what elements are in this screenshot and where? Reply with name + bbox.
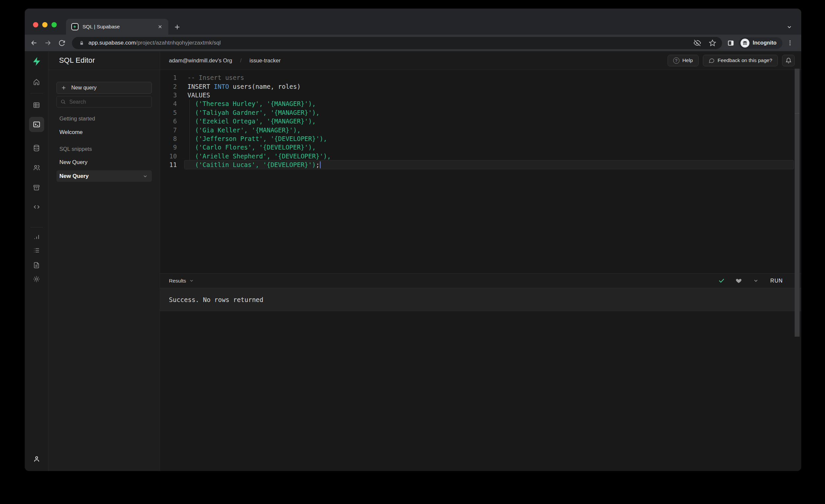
code-line[interactable]: 2INSERT INTO users(name, roles) — [160, 82, 801, 90]
code-line[interactable]: 7 ('Gia Keller', '{MANAGER}'), — [160, 126, 801, 134]
eye-off-icon[interactable] — [694, 39, 701, 47]
sidebar-item-new-query-active[interactable]: New Query — [57, 170, 152, 182]
chevron-down-icon — [189, 278, 194, 283]
menu-dots-icon[interactable] — [787, 40, 793, 46]
results-dropdown[interactable]: Results — [169, 278, 194, 284]
run-button[interactable]: RUN — [770, 278, 783, 284]
browser-tab[interactable]: SQL | Supabase — [66, 19, 168, 34]
results-empty-space — [160, 311, 801, 471]
rail-divider — [30, 227, 43, 227]
new-tab-icon[interactable] — [172, 22, 182, 32]
favorite-heart-icon[interactable] — [734, 276, 743, 286]
code-text: VALUES — [188, 91, 210, 99]
results-label: Results — [169, 278, 186, 284]
browser-toolbar: app.supabase.com/project/azahtnhqohyjerz… — [25, 34, 801, 51]
edge-functions-icon[interactable] — [30, 201, 43, 213]
code-text: ('Theresa Hurley', '{MANAGER}'), — [188, 100, 316, 107]
docs-icon[interactable] — [30, 259, 43, 271]
code-line[interactable]: 9 ('Carlo Flores', '{DEVELOPER}'), — [160, 143, 801, 151]
line-number: 11 — [160, 161, 177, 168]
code-line[interactable]: 10 ('Arielle Shepherd', '{DEVELOPER}'), — [160, 152, 801, 160]
bell-icon — [785, 57, 792, 64]
chevron-down-icon[interactable] — [143, 173, 148, 179]
section-label-sql-snippets: SQL snippets — [59, 146, 152, 152]
line-number: 6 — [160, 118, 177, 125]
close-tab-icon[interactable] — [156, 22, 164, 31]
scrollbar-thumb[interactable] — [795, 69, 800, 337]
code-line[interactable]: 6 ('Ezekiel Ortega', '{MANAGER}'), — [160, 117, 801, 126]
code-text: ('Carlo Flores', '{DEVELOPER}'), — [188, 144, 316, 151]
database-icon[interactable] — [30, 142, 43, 154]
code-text: ('Taliyah Gardner', '{MANAGER}'), — [188, 109, 319, 116]
url-text: app.supabase.com/project/azahtnhqohyjerz… — [88, 40, 221, 46]
logs-icon[interactable] — [30, 244, 43, 257]
supabase-logo[interactable] — [30, 55, 43, 68]
feedback-button[interactable]: Feedback on this page? — [703, 55, 778, 66]
forward-icon[interactable] — [42, 37, 54, 49]
notifications-button[interactable] — [782, 55, 795, 66]
active-snippet-label: New Query — [59, 173, 143, 179]
plus-icon — [61, 85, 67, 91]
line-number: 3 — [160, 91, 177, 99]
storage-icon[interactable] — [30, 181, 43, 194]
success-check-icon — [717, 276, 726, 286]
macos-close-button[interactable] — [33, 22, 38, 27]
tab-title: SQL | Supabase — [82, 24, 156, 30]
auth-users-icon[interactable] — [30, 161, 43, 174]
search-input[interactable] — [69, 99, 142, 105]
account-icon[interactable] — [30, 453, 43, 465]
code-text: INSERT INTO users(name, roles) — [188, 83, 301, 90]
breadcrumb-org[interactable]: adam@windmill.dev's Org — [169, 57, 232, 64]
primary-sidebar — [25, 51, 49, 471]
code-line[interactable]: 8 ('Jefferson Pratt', '{DEVELOPER}'), — [160, 134, 801, 143]
line-number: 9 — [160, 144, 177, 151]
lock-icon — [79, 40, 84, 46]
line-number: 7 — [160, 126, 177, 134]
main-header: adam@windmill.dev's Org / issue-tracker … — [160, 51, 801, 70]
code-line[interactable]: 3VALUES — [160, 91, 801, 99]
breadcrumb-project[interactable]: issue-tracker — [249, 57, 281, 64]
new-query-button-label: New query — [71, 85, 96, 91]
home-icon[interactable] — [30, 76, 43, 88]
section-label-getting-started: Getting started — [59, 116, 152, 122]
code-line[interactable]: 5 ('Taliyah Gardner', '{MANAGER}'), — [160, 108, 801, 117]
sidebar-item-welcome[interactable]: Welcome — [49, 127, 160, 138]
sql-editor-icon[interactable] — [29, 117, 44, 132]
back-icon[interactable] — [28, 37, 40, 49]
supabase-favicon — [71, 23, 79, 30]
speech-bubble-icon — [708, 57, 715, 64]
search-field[interactable] — [57, 96, 152, 107]
macos-zoom-button[interactable] — [52, 22, 57, 27]
code-text: -- Insert users — [188, 74, 244, 81]
url-bar[interactable]: app.supabase.com/project/azahtnhqohyjerz… — [72, 37, 722, 49]
main-area: adam@windmill.dev's Org / issue-tracker … — [160, 51, 801, 471]
reports-icon[interactable] — [30, 231, 43, 243]
settings-icon[interactable] — [30, 273, 43, 285]
line-number: 2 — [160, 83, 177, 90]
help-button[interactable]: ? Help — [668, 55, 699, 66]
incognito-badge: Incognito — [739, 37, 782, 49]
code-line[interactable]: 4 ('Theresa Hurley', '{MANAGER}'), — [160, 99, 801, 108]
code-line[interactable]: 1-- Insert users — [160, 73, 801, 82]
line-number: 4 — [160, 100, 177, 107]
reload-icon[interactable] — [56, 37, 67, 49]
table-editor-icon[interactable] — [30, 99, 43, 111]
code-editor[interactable]: 1-- Insert users2INSERT INTO users(name,… — [160, 70, 801, 273]
sidebar-item-new-query[interactable]: New Query — [49, 157, 160, 168]
tab-search-icon[interactable] — [785, 22, 794, 32]
code-text: ('Caitlin Lucas', '{DEVELOPER}'); — [188, 161, 321, 168]
tab-strip: SQL | Supabase — [25, 9, 801, 34]
breadcrumb-separator: / — [240, 57, 241, 64]
chevron-down-icon[interactable] — [751, 276, 760, 286]
star-icon[interactable] — [709, 39, 716, 47]
line-number: 10 — [160, 152, 177, 160]
code-text: ('Gia Keller', '{MANAGER}'), — [188, 126, 301, 134]
new-query-button[interactable]: New query — [57, 82, 152, 94]
help-button-label: Help — [682, 57, 693, 63]
macos-minimize-button[interactable] — [42, 22, 48, 27]
code-text: ('Arielle Shepherd', '{DEVELOPER}'), — [188, 152, 331, 160]
side-panel-icon[interactable] — [727, 40, 734, 47]
help-icon: ? — [673, 57, 679, 64]
code-line[interactable]: 11 ('Caitlin Lucas', '{DEVELOPER}'); — [160, 160, 801, 169]
breadcrumb: adam@windmill.dev's Org / issue-tracker — [169, 57, 281, 64]
